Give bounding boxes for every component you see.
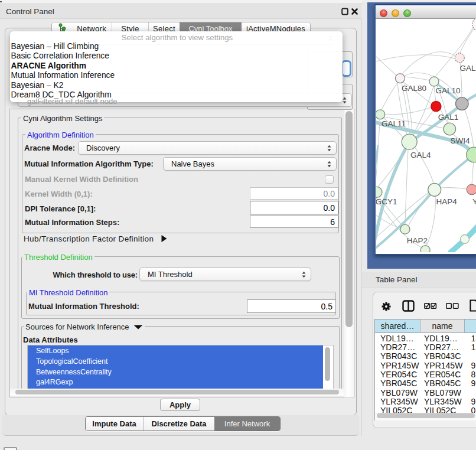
svg-text:YJ: YJ [472, 197, 476, 206]
svg-text:SWI4: SWI4 [450, 136, 470, 145]
svg-text:GAL4: GAL4 [410, 151, 431, 159]
svg-text:HAP2: HAP2 [407, 236, 428, 245]
svg-text:GCY1: GCY1 [376, 197, 397, 206]
svg-text:GAL1: GAL1 [438, 113, 459, 122]
svg-text:HAP4: HAP4 [436, 197, 457, 206]
svg-text:GAL: GAL [460, 64, 476, 73]
svg-text:GAL80: GAL80 [402, 84, 426, 93]
svg-text:GAL11: GAL11 [382, 119, 406, 128]
svg-text:GAL10: GAL10 [435, 86, 460, 95]
